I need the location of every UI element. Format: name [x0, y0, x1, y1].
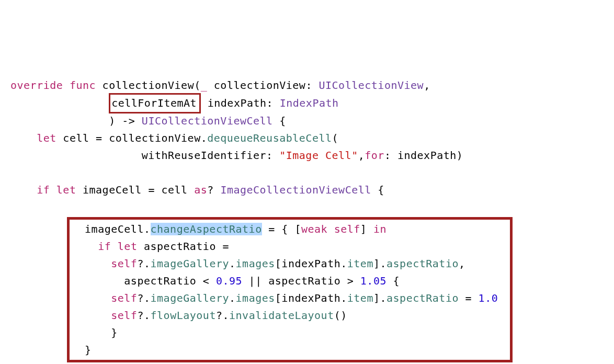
code-line-3: ) -> UICollectionViewCell {: [10, 112, 604, 130]
imagecell-dot: imageCell.: [72, 223, 151, 235]
prop-invalidatelayout: invalidateLayout: [229, 309, 334, 322]
type-indexpath: IndexPath: [280, 97, 339, 109]
keyword-weak: weak: [301, 223, 327, 235]
highlight-changeaspectratio: changeAspectRatio: [151, 223, 262, 235]
prop-images-2: images: [236, 292, 275, 304]
code-line-1: override func collectionView(_ collectio…: [10, 77, 604, 94]
code-line-12: self?.imageGallery.images[indexPath.item…: [72, 290, 505, 307]
prop-aspectratio-2: aspectRatio: [386, 292, 459, 304]
brace-open: {: [273, 115, 286, 127]
keyword-as: as: [194, 184, 207, 196]
aspectratio-assign: aspectRatio =: [137, 240, 229, 253]
prop-images: images: [236, 257, 275, 270]
indent-10: [72, 257, 111, 270]
optional-13a: ?.: [137, 309, 150, 322]
indent-11: aspectRatio <: [72, 275, 216, 287]
code-line-10: self?.imageGallery.images[indexPath.item…: [72, 255, 505, 272]
prop-imagegallery-2: imageGallery: [151, 292, 230, 304]
bracket-10: [indexPath.: [275, 257, 347, 270]
number-10: 1.0: [479, 292, 498, 304]
code-line-14: }: [72, 324, 505, 342]
keyword-self-3: self: [111, 292, 137, 304]
keyword-self-2: self: [111, 257, 137, 270]
keyword-let-2: let: [56, 184, 76, 196]
prop-aspectratio: aspectRatio: [386, 257, 459, 270]
prop-imagegallery: imageGallery: [151, 257, 230, 270]
comma-2: ,: [358, 149, 365, 162]
type-uicollectionviewcell: UICollectionViewCell: [142, 115, 273, 127]
prop-flowlayout: flowLayout: [151, 309, 216, 322]
keyword-self: self: [334, 223, 360, 235]
pad-11: [400, 275, 472, 287]
brace-close-15: }: [72, 344, 92, 356]
code-line-7: if let imageCell = cell as? ImageCollect…: [10, 181, 604, 199]
number-105: 1.05: [360, 275, 386, 287]
code-line-11: aspectRatio < 0.95 || aspectRatio > 1.05…: [72, 272, 505, 290]
keyword-func: func: [70, 79, 96, 92]
indent-12: [72, 292, 111, 304]
underscore: _: [201, 79, 208, 92]
brace-11: {: [386, 275, 400, 287]
code-line-13: self?.flowLayout?.invalidateLayout(): [72, 307, 505, 324]
assign-12: =: [459, 292, 479, 304]
space-9: [111, 240, 118, 253]
keyword-if-2: if: [98, 240, 111, 253]
pad-8: [386, 223, 452, 235]
code-line-2: cellForItemAt indexPath: IndexPath: [10, 94, 604, 112]
optional-10a: ?.: [137, 257, 150, 270]
red-highlight-box-2: imageCell.changeAspectRatio = { [weak se…: [10, 344, 513, 356]
type-imagecollectionviewcell: ImageCollectionViewCell: [220, 184, 371, 196]
red-highlight-box-1: cellForItemAt: [109, 93, 201, 113]
indexpath-arg: : indexPath): [384, 149, 463, 162]
space: [327, 223, 334, 235]
code-line-6: [10, 164, 604, 181]
bracket-close: ]: [360, 223, 373, 235]
code-line-9: if let aspectRatio =: [72, 238, 505, 255]
cell-assign: cell = collectionView.: [56, 132, 207, 144]
indent-13: [72, 309, 111, 322]
withreuse-label: withReuseIdentifier:: [142, 149, 279, 162]
code-line-8: imageCell.changeAspectRatio = { [weak se…: [72, 221, 505, 238]
dot-12a: .: [229, 292, 236, 304]
parens-13: (): [334, 309, 347, 322]
code-snippet: override func collectionView(_ collectio…: [10, 77, 604, 364]
keyword-let-3: let: [118, 240, 138, 253]
bracket-12: [indexPath.: [275, 292, 347, 304]
cellforitemat: cellForItemAt: [111, 97, 197, 109]
code-line-15: }: [72, 342, 505, 359]
prop-item: item: [347, 257, 373, 270]
string-imagecell: "Image Cell": [279, 149, 358, 162]
code-block-box: imageCell.changeAspectRatio = { [weak se…: [67, 217, 513, 362]
code-line-5: withReuseIdentifier: "Image Cell",for: i…: [10, 147, 604, 164]
indexpath-label: indexPath:: [201, 97, 273, 109]
brace-close-14: }: [72, 326, 118, 339]
paren-open: (: [332, 132, 339, 144]
keyword-self-4: self: [111, 309, 137, 322]
number-095: 0.95: [216, 275, 242, 287]
optional-mark: ?: [207, 184, 220, 196]
comma: ,: [424, 79, 430, 92]
type-uicollectionview: UICollectionView: [319, 79, 424, 92]
pad-9: [229, 240, 459, 253]
pad-14: [118, 326, 479, 339]
indent-9: [72, 240, 98, 253]
optional-12a: ?.: [137, 292, 150, 304]
optional-13b: ?.: [216, 309, 229, 322]
bracket-close-10: ].: [373, 257, 386, 270]
keyword-in: in: [373, 223, 386, 235]
imagecell-cast: imageCell = cell: [76, 184, 194, 196]
or-op: || aspectRatio >: [242, 275, 360, 287]
bracket-close-12: ].: [373, 292, 386, 304]
blank: [10, 166, 17, 179]
pad-15: [92, 344, 479, 356]
code-line-4: let cell = collectionView.dequeueReusabl…: [10, 130, 604, 147]
arrow: ) ->: [109, 115, 142, 127]
keyword-override: override: [10, 79, 63, 92]
keyword-for: for: [365, 149, 384, 162]
prop-dequeue: dequeueReusableCell: [207, 132, 332, 144]
prop-item-2: item: [347, 292, 373, 304]
comma-10: ,: [459, 257, 465, 270]
func-name: collectionView(: [103, 79, 201, 92]
param-label: collectionView:: [214, 79, 312, 92]
brace-open-2: {: [371, 184, 384, 196]
